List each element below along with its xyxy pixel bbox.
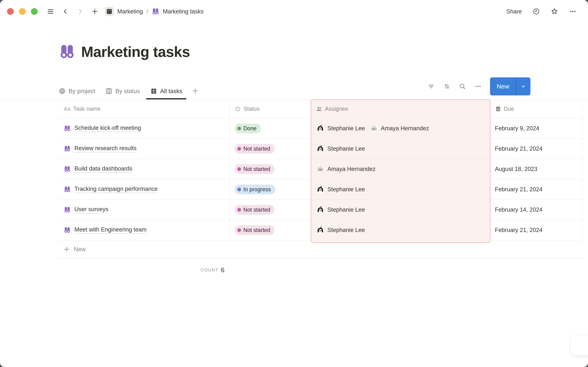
task-cell[interactable]: Review research results [59,139,230,159]
add-view-button[interactable] [188,87,203,100]
status-dot [237,208,241,212]
table-header-row: Aa Task name Status Assignee Due [59,100,582,118]
favorite-star-icon[interactable] [551,8,558,15]
assignee-person: Amaya Hernandez [370,124,429,133]
plus-icon [192,87,199,94]
status-cell[interactable]: Done [230,118,311,138]
task-name-link[interactable]: Tracking campaign performance [74,186,158,193]
status-cell[interactable]: Not started [230,159,311,179]
task-name-link[interactable]: Meet with Engineering team [74,226,147,234]
avatar-stephanie [316,144,325,153]
tasks-table: Aa Task name Status Assignee Due Schedul… [59,100,582,281]
avatar-stephanie [316,206,325,214]
breadcrumb-parent[interactable]: Marketing [117,8,143,15]
task-name-link[interactable]: Build data dashboards [74,165,132,173]
table-row: Build data dashboards Not started Amaya … [59,159,582,179]
calendar-icon [495,106,501,112]
table-row: Schedule kick-off meeting Done Stephanie… [59,118,582,139]
close-window-button[interactable] [7,8,14,15]
task-cell[interactable]: Build data dashboards [59,159,230,179]
breadcrumb-current[interactable]: Marketing tasks [163,8,204,15]
view-options-icon[interactable] [474,83,482,90]
count-label: COUNT [201,267,218,273]
assignee-person: Stephanie Lee [316,226,365,234]
binoculars-page-icon [64,227,71,234]
assignee-person: Stephanie Lee [316,206,365,214]
avatar-amaya [370,124,378,133]
new-page-icon[interactable] [91,8,98,15]
new-row-button[interactable]: New [59,240,582,259]
column-header-task-name[interactable]: Aa Task name [59,100,230,118]
count-value: 6 [221,266,225,274]
new-button[interactable]: New [490,77,530,95]
binoculars-icon [152,8,159,15]
binoculars-page-icon [64,166,71,173]
marketing-page-icon[interactable] [105,7,114,16]
assignee-cell[interactable]: Amaya Hernandez [311,159,490,179]
status-cell[interactable]: Not started [230,220,311,240]
avatar-stephanie [316,124,325,133]
assignee-cell[interactable]: Stephanie Lee [311,179,490,200]
status-cell[interactable]: Not started [230,139,311,159]
assignee-cell[interactable]: Stephanie Lee [311,200,490,220]
new-button-dropdown[interactable] [516,77,530,95]
avatar-amaya [316,165,325,173]
back-icon[interactable] [62,8,69,15]
due-cell[interactable]: February 9, 2024 [490,118,582,138]
binoculars-page-icon [64,125,71,132]
task-name-link[interactable]: Schedule kick-off meeting [74,125,141,132]
column-header-due[interactable]: Due [490,100,582,118]
text-type-icon: Aa [64,106,71,112]
zoom-window-button[interactable] [31,8,38,15]
sort-icon[interactable] [443,83,450,90]
filter-icon[interactable] [428,83,435,90]
table-icon [150,87,157,95]
assignee-cell[interactable]: Stephanie Lee [311,139,490,159]
help-bubble[interactable] [571,335,588,355]
status-dot [237,147,241,151]
page-title-binoculars-icon[interactable] [59,44,75,60]
target-icon [59,87,66,95]
people-icon [316,106,322,112]
minimize-window-button[interactable] [19,8,26,15]
share-button[interactable]: Share [506,8,522,15]
page-title: Marketing tasks [81,43,190,60]
tab-by-status[interactable]: By status [101,87,144,100]
assignee-cell[interactable]: Stephanie Lee Amaya Hernandez [311,118,490,138]
due-cell[interactable]: August 18, 2023 [490,159,582,179]
status-dot [237,228,241,232]
due-cell[interactable]: February 21, 2024 [490,220,582,240]
assignee-cell[interactable]: Stephanie Lee [311,220,490,240]
status-cell[interactable]: Not started [230,200,311,220]
table-row: Meet with Engineering team Not started S… [59,220,582,240]
column-header-assignee[interactable]: Assignee [311,100,490,118]
search-icon[interactable] [459,83,466,90]
window-topbar: Marketing / Marketing tasks Share [0,0,588,23]
column-calculation[interactable]: COUNT 6 [59,259,230,281]
forward-icon [77,8,84,15]
sidebar-toggle-icon[interactable] [47,8,54,15]
breadcrumb-separator: / [147,8,148,15]
task-cell[interactable]: Tracking campaign performance [59,179,230,200]
task-name-link[interactable]: Review research results [74,145,137,152]
more-options-icon[interactable] [569,8,577,15]
tab-by-project[interactable]: By project [54,87,100,100]
status-cell[interactable]: In progress [230,179,311,200]
task-cell[interactable]: Meet with Engineering team [59,220,230,240]
assignee-selection-strip [311,241,490,243]
task-cell[interactable]: Schedule kick-off meeting [59,118,230,138]
new-button-label[interactable]: New [490,77,516,95]
avatar-stephanie [316,226,325,234]
board-icon [105,87,112,95]
avatar-stephanie [316,185,325,194]
due-cell[interactable]: February 14, 2024 [490,200,582,220]
column-header-status[interactable]: Status [230,100,311,118]
task-cell[interactable]: User surveys [59,200,230,220]
due-cell[interactable]: February 21, 2024 [490,179,582,200]
task-name-link[interactable]: User surveys [74,206,108,213]
binoculars-page-icon [64,186,71,193]
binoculars-page-icon [64,206,71,213]
tab-all-tasks[interactable]: All tasks [146,87,187,100]
due-cell[interactable]: February 21, 2024 [490,139,582,159]
updates-clock-icon[interactable] [533,8,540,15]
